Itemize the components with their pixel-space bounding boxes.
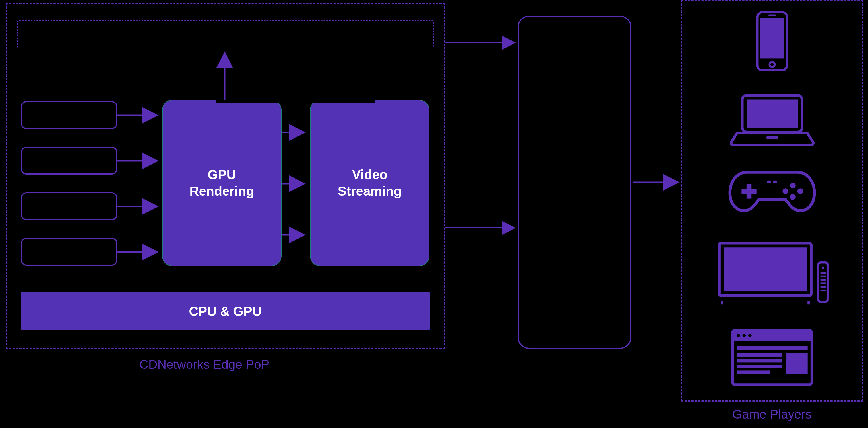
input-box-2: [21, 147, 118, 175]
video-streaming-label: Video Streaming: [338, 167, 402, 199]
svg-point-26: [790, 194, 796, 200]
svg-rect-41: [820, 290, 826, 291]
svg-rect-28: [767, 180, 772, 183]
network-column: [518, 16, 631, 349]
svg-rect-29: [773, 180, 777, 183]
svg-rect-21: [766, 136, 778, 139]
svg-rect-39: [820, 283, 826, 284]
svg-point-27: [782, 188, 788, 194]
arrow-input3-to-gpu: [118, 204, 163, 209]
gpu-rendering-block: GPU Rendering: [162, 100, 282, 266]
edge-pop-label: CDNetworks Edge PoP: [140, 358, 269, 372]
svg-rect-48: [737, 353, 782, 357]
svg-rect-31: [724, 248, 807, 291]
arrow-input1-to-gpu: [118, 113, 163, 118]
diagram-canvas: GPU Rendering Video Streaming CPU & GPU …: [0, 0, 868, 428]
svg-rect-37: [820, 276, 826, 277]
svg-rect-40: [820, 286, 826, 288]
svg-rect-52: [786, 353, 807, 374]
svg-rect-23: [741, 189, 756, 194]
svg-point-25: [798, 188, 803, 194]
svg-point-44: [737, 334, 740, 337]
game-controller-icon: [727, 162, 818, 219]
svg-rect-36: [820, 272, 826, 274]
svg-rect-18: [769, 15, 776, 16]
gpu-rendering-label: GPU Rendering: [189, 167, 254, 199]
arrow-elbow-to-strip: [220, 48, 371, 103]
input-box-1: [21, 101, 118, 129]
svg-rect-49: [737, 359, 782, 363]
arrow-gpu-to-video-3: [282, 232, 310, 238]
svg-rect-16: [760, 18, 784, 59]
browser-window-icon: [731, 327, 813, 387]
arrow-gpu-to-video-2: [282, 181, 310, 187]
svg-rect-38: [820, 279, 826, 281]
input-box-3: [21, 192, 118, 220]
svg-rect-20: [747, 100, 798, 128]
video-streaming-block: Video Streaming: [310, 100, 429, 266]
svg-point-46: [748, 334, 752, 337]
laptop-icon: [730, 91, 815, 148]
game-players-label: Game Players: [732, 407, 812, 422]
svg-point-35: [822, 266, 824, 269]
input-box-4: [21, 238, 118, 266]
arrow-gpu-to-video-1: [282, 130, 310, 135]
pop-top-strip: [17, 20, 434, 49]
svg-rect-50: [737, 365, 782, 368]
svg-rect-51: [737, 370, 770, 374]
svg-point-24: [790, 182, 796, 188]
svg-rect-47: [737, 346, 807, 350]
cpu-gpu-label: CPU & GPU: [189, 304, 262, 319]
smartphone-icon: [751, 11, 794, 71]
svg-point-17: [770, 62, 775, 67]
arrow-input2-to-gpu: [118, 158, 163, 164]
svg-point-45: [743, 334, 746, 337]
arrow-input4-to-gpu: [118, 249, 163, 255]
cpu-gpu-bar: CPU & GPU: [21, 292, 430, 330]
tv-icon: [717, 239, 831, 308]
